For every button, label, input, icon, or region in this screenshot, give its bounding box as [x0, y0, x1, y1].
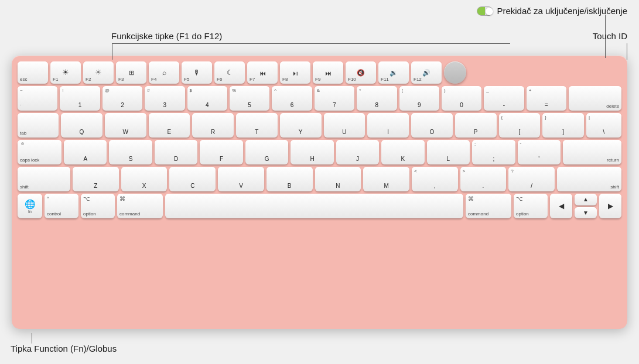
key-y[interactable]: Y	[280, 113, 322, 138]
key-semicolon[interactable]: : ;	[472, 140, 515, 164]
key-f1[interactable]: ☀ F1	[50, 61, 81, 84]
qwerty-key-row: tab Q W E R T Y U I O P { [ } ] | \	[18, 113, 621, 138]
key-touchid[interactable]	[444, 61, 466, 84]
key-control[interactable]: ^ control	[45, 194, 78, 218]
key-s[interactable]: S	[109, 140, 152, 164]
key-p[interactable]: P	[455, 113, 497, 138]
key-quote[interactable]: " '	[518, 140, 561, 164]
bottom-key-row: 🌐 fn ^ control ⌥ option ⌘ command ⌘ comm…	[18, 194, 621, 218]
key-option-right[interactable]: ⌥ option	[514, 194, 548, 218]
key-v[interactable]: V	[218, 167, 264, 191]
key-fn[interactable]: 🌐 fn	[18, 194, 42, 218]
key-o[interactable]: O	[411, 113, 453, 138]
key-5[interactable]: % 5	[230, 86, 269, 111]
key-arrow-right[interactable]: ▶	[599, 194, 621, 218]
key-i[interactable]: I	[367, 113, 409, 138]
zxcv-key-row: shift Z X C V B N M < , > . ? / shift	[18, 167, 621, 191]
keyboard: esc ☀ F1 ☀ F2 ⊞ F3 ⌕ F4 🎙 F5 ☾	[12, 56, 627, 329]
toggle-label: Prekidač za uključenje/isključenje	[497, 6, 627, 16]
key-period[interactable]: > .	[460, 167, 507, 191]
key-q[interactable]: Q	[61, 113, 102, 138]
key-6[interactable]: ^ 6	[272, 86, 312, 111]
key-f[interactable]: F	[200, 140, 242, 164]
key-g[interactable]: G	[245, 140, 288, 164]
key-u[interactable]: U	[324, 113, 365, 138]
key-shift-right[interactable]: shift	[557, 167, 621, 191]
key-f9[interactable]: ⏭ F9	[313, 61, 343, 84]
key-f12[interactable]: 🔊 F12	[411, 61, 442, 84]
key-f5[interactable]: 🎙 F5	[182, 61, 212, 84]
fn-globe-label: Tipka Function (Fn)/Globus	[11, 344, 117, 353]
key-f11[interactable]: 🔉 F11	[378, 61, 409, 84]
key-f10[interactable]: 🔇 F10	[346, 61, 376, 84]
key-c[interactable]: C	[169, 167, 216, 191]
key-9[interactable]: ( 9	[399, 86, 439, 111]
key-l[interactable]: L	[427, 140, 470, 164]
key-7[interactable]: & 7	[315, 86, 354, 111]
key-f4[interactable]: ⌕ F4	[149, 61, 179, 84]
key-n[interactable]: N	[315, 167, 361, 191]
key-2[interactable]: @ 2	[102, 86, 142, 111]
key-equals[interactable]: + =	[527, 86, 566, 111]
key-t[interactable]: T	[236, 113, 278, 138]
key-r[interactable]: R	[192, 113, 234, 138]
key-arrow-up[interactable]: ▲	[575, 194, 597, 205]
key-option-left[interactable]: ⌥ option	[81, 194, 115, 218]
key-command-right[interactable]: ⌘ command	[466, 194, 511, 218]
key-minus[interactable]: _ -	[484, 86, 524, 111]
key-8[interactable]: * 8	[357, 86, 397, 111]
key-capslock[interactable]: caps lock	[18, 140, 61, 164]
key-1[interactable]: ! 1	[60, 86, 100, 111]
key-j[interactable]: J	[336, 140, 379, 164]
key-arrow-left[interactable]: ◀	[550, 194, 572, 218]
fn-keys-label: Funkcijske tipke (F1 do F12)	[111, 31, 222, 41]
key-4[interactable]: $ 4	[187, 86, 227, 111]
key-0[interactable]: ) 0	[442, 86, 481, 111]
key-d[interactable]: D	[155, 140, 197, 164]
key-lbracket[interactable]: { [	[499, 113, 541, 138]
key-w[interactable]: W	[105, 113, 146, 138]
key-b[interactable]: B	[266, 167, 313, 191]
key-tab[interactable]: tab	[18, 113, 59, 138]
fn-key-row: esc ☀ F1 ☀ F2 ⊞ F3 ⌕ F4 🎙 F5 ☾	[18, 61, 621, 84]
key-slash[interactable]: ? /	[508, 167, 555, 191]
key-f3[interactable]: ⊞ F3	[116, 61, 146, 84]
touchid-label: Touch ID	[593, 31, 627, 41]
key-z[interactable]: Z	[73, 167, 119, 191]
key-backslash[interactable]: | \	[586, 113, 621, 138]
key-backtick[interactable]: ~ `	[18, 86, 57, 111]
key-f2[interactable]: ☀ F2	[83, 61, 114, 84]
key-space[interactable]	[165, 194, 463, 218]
key-return[interactable]: return	[563, 140, 621, 164]
key-delete[interactable]: delete	[569, 86, 621, 111]
key-f7[interactable]: ⏮ F7	[247, 61, 278, 84]
key-x[interactable]: X	[121, 167, 168, 191]
key-m[interactable]: M	[363, 167, 409, 191]
key-f6[interactable]: ☾ F6	[214, 61, 245, 84]
key-e[interactable]: E	[149, 113, 190, 138]
key-arrow-down[interactable]: ▼	[575, 207, 597, 219]
key-a[interactable]: A	[64, 140, 107, 164]
key-h[interactable]: H	[291, 140, 333, 164]
key-3[interactable]: # 3	[145, 86, 184, 111]
key-rbracket[interactable]: } ]	[542, 113, 584, 138]
key-comma[interactable]: < ,	[412, 167, 458, 191]
key-f8[interactable]: ⏯ F8	[280, 61, 310, 84]
asdf-key-row: caps lock A S D F G H J K L : ; " ' retu…	[18, 140, 621, 164]
key-command-left[interactable]: ⌘ command	[117, 194, 163, 218]
number-key-row: ~ ` ! 1 @ 2 # 3 $ 4 % 5	[18, 86, 621, 111]
key-k[interactable]: K	[381, 140, 424, 164]
key-shift-left[interactable]: shift	[18, 167, 70, 191]
key-esc[interactable]: esc	[18, 61, 48, 84]
